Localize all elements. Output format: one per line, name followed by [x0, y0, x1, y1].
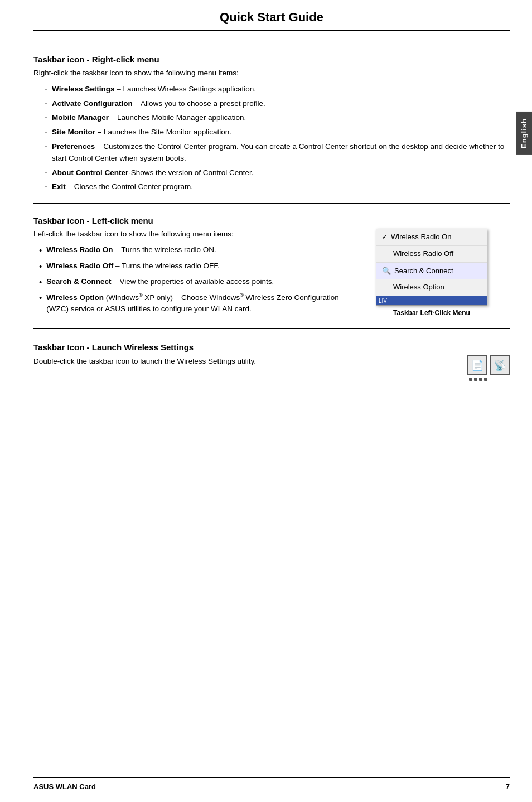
left-click-layout: Left-click the taskbar icon to show the …: [33, 229, 510, 318]
context-menu: Wireless Radio On Wireless Radio Off 🔍 S…: [376, 229, 487, 306]
left-click-text: Left-click the taskbar icon to show the …: [33, 229, 342, 318]
menu-item-label: Wireless Radio Off: [393, 248, 453, 260]
list-item: Preferences – Customizes the Control Cen…: [45, 141, 510, 165]
wireless-icon-area: 📄 📡: [467, 355, 510, 375]
icon-dots: [33, 378, 510, 381]
main-content: Taskbar icon - Right-click menu Right-cl…: [33, 31, 510, 381]
divider2: [33, 328, 510, 329]
search-icon: 🔍: [382, 265, 391, 277]
section-rightclick: Taskbar icon - Right-click menu Right-cl…: [33, 55, 510, 193]
list-item: About Control Center-Shows the version o…: [45, 167, 510, 179]
section2-intro: Left-click the taskbar icon to show the …: [33, 229, 342, 240]
wireless-icon: 📡: [490, 355, 510, 375]
page-footer: ASUS WLAN Card 7: [33, 777, 510, 791]
section1-intro: Right-click the taskbar icon to show the…: [33, 67, 510, 79]
menu-caption: Taskbar Left-Click Menu: [393, 309, 470, 317]
list-item: Site Monitor – Launches the Site Monitor…: [45, 126, 510, 138]
page-header: Quick Start Guide: [33, 0, 510, 31]
launch-row: Double-click the taskbar icon to launch …: [33, 355, 510, 375]
section1-heading: Taskbar icon - Right-click menu: [33, 55, 510, 64]
menu-item-label: Wireless Option: [393, 282, 444, 293]
list-item: Exit – Closes the Control Center program…: [45, 181, 510, 193]
list-item: Mobile Manager – Launches Mobile Manager…: [45, 112, 510, 124]
divider1: [33, 203, 510, 204]
footer-left: ASUS WLAN Card: [33, 782, 96, 791]
list-item: Wireless Option (Windows® XP only) – Cho…: [39, 292, 342, 315]
list-item: Wireless Radio Off – Turns the wireless …: [39, 260, 342, 273]
section-launch: Taskbar Icon - Launch Wireless Settings …: [33, 342, 510, 381]
section1-list: Wireless Settings – Launches Wireless Se…: [33, 83, 510, 193]
list-item: Activate Configuration – Allows you to c…: [45, 98, 510, 110]
footer-right: 7: [506, 782, 510, 791]
list-item: Search & Connect – View the properties o…: [39, 276, 342, 288]
menu-item-wireless-option: Wireless Option: [376, 279, 487, 296]
page-wrapper: English Quick Start Guide Taskbar icon -…: [0, 0, 532, 802]
list-item: Wireless Radio On – Turns the wireless r…: [39, 244, 342, 257]
list-item: Wireless Settings – Launches Wireless Se…: [45, 83, 510, 95]
section2-list: Wireless Radio On – Turns the wireless r…: [33, 244, 342, 315]
menu-item-wireless-on: Wireless Radio On: [376, 229, 487, 246]
page-title: Quick Start Guide: [220, 10, 323, 24]
section3-heading: Taskbar Icon - Launch Wireless Settings: [33, 342, 510, 352]
section2-heading: Taskbar icon - Left-click menu: [33, 216, 510, 225]
section-leftclick: Taskbar icon - Left-click menu Left-clic…: [33, 216, 510, 318]
menu-item-search: 🔍 Search & Connect: [376, 263, 487, 280]
menu-item-label: Search & Connect: [394, 265, 453, 277]
settings-icon: 📄: [467, 355, 487, 375]
side-tab: English: [516, 112, 532, 155]
context-menu-bar: LIV: [376, 296, 487, 305]
side-tab-label: English: [520, 118, 528, 148]
menu-item-label: Wireless Radio On: [391, 231, 451, 243]
menu-item-wireless-off: Wireless Radio Off: [376, 246, 487, 263]
section3-intro: Double-click the taskbar icon to launch …: [33, 355, 456, 368]
bar-text: LIV: [379, 298, 387, 304]
left-click-image: Wireless Radio On Wireless Radio Off 🔍 S…: [354, 229, 510, 318]
